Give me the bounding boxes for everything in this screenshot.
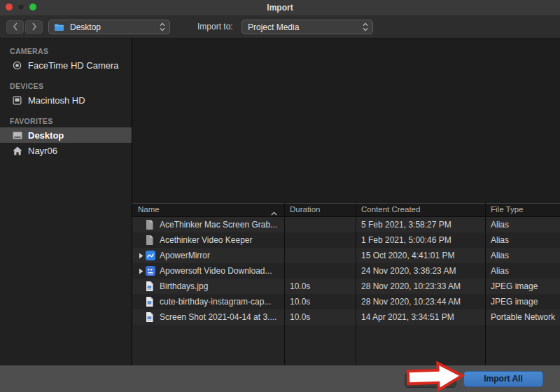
location-dropdown[interactable]: Desktop: [48, 20, 170, 34]
cell-file-type: Alias: [485, 251, 560, 260]
cell-file-type: Portable Network: [485, 312, 560, 322]
cell-name: ApowerMirror: [132, 248, 284, 263]
column-header-file-type[interactable]: File Type: [485, 204, 560, 216]
folder-icon: [54, 23, 64, 31]
table-row[interactable]: cute-birthday-instagram-cap...10.0s28 No…: [132, 294, 560, 309]
chevron-right-icon: [31, 21, 37, 34]
chevron-left-icon: [13, 21, 18, 34]
cell-name: AceThinker Mac Screen Grab...: [132, 217, 284, 232]
table-row[interactable]: Acethinker Video Keeper1 Feb 2021, 5:00:…: [132, 232, 560, 248]
cell-file-type: Alias: [485, 266, 560, 276]
file-table-header: Name Duration Content Created File Type: [132, 203, 560, 217]
main-area: Name Duration Content Created File Type …: [132, 38, 560, 365]
forward-button[interactable]: [25, 20, 43, 34]
sidebar-item-facetime-hd-camera[interactable]: FaceTime HD Camera: [0, 57, 132, 73]
sidebar-section-title: FAVORITES: [10, 116, 132, 126]
desktop-icon: [12, 132, 22, 139]
cell-name: cute-birthday-instagram-cap...: [132, 294, 284, 309]
hard-drive-icon: [12, 96, 22, 105]
column-divider[interactable]: [284, 203, 285, 365]
history-nav-group: [6, 20, 43, 34]
sidebar-item-macintosh-hd[interactable]: Macintosh HD: [0, 92, 132, 108]
image-file-icon: [146, 312, 160, 322]
table-row[interactable]: Birthdays.jpg10.0s28 Nov 2020, 10:23:33 …: [132, 279, 560, 294]
column-header-content-created[interactable]: Content Created: [356, 204, 485, 216]
cell-file-type: Alias: [485, 220, 560, 230]
cell-content-created: 28 Nov 2020, 10:23:44 AM: [356, 297, 485, 307]
sidebar-item-label: FaceTime HD Camera: [28, 60, 119, 71]
cell-name: Birthdays.jpg: [132, 279, 284, 294]
sort-ascending-icon: [271, 207, 277, 219]
home-icon: [12, 146, 22, 155]
file-name: Acethinker Video Keeper: [160, 235, 253, 245]
document-icon: [146, 220, 160, 230]
column-divider[interactable]: [356, 203, 356, 365]
table-row[interactable]: Apowersoft Video Download...24 Nov 2020,…: [132, 263, 560, 279]
toolbar: Desktop Import to: Project Media: [0, 16, 560, 38]
cell-file-type: Alias: [485, 235, 560, 245]
file-name: Birthdays.jpg: [160, 281, 208, 291]
cell-content-created: 1 Feb 2021, 5:00:46 PM: [356, 235, 485, 245]
sidebar-item-nayr06[interactable]: Nayr06: [0, 143, 132, 158]
cell-file-type: JPEG image: [485, 297, 560, 307]
file-name: cute-birthday-instagram-cap...: [160, 297, 271, 307]
file-name: AceThinker Mac Screen Grab...: [160, 220, 277, 230]
app-apowermirror-icon: [146, 251, 160, 260]
document-icon: [146, 235, 160, 245]
cell-duration: 10.0s: [284, 281, 356, 291]
sidebar-item-desktop[interactable]: Desktop: [0, 127, 132, 143]
title-bar: Import: [0, 0, 560, 16]
sidebar-section-title: CAMERAS: [10, 46, 132, 56]
cell-duration: 10.0s: [284, 312, 356, 322]
cell-content-created: 28 Nov 2020, 10:23:33 AM: [356, 281, 485, 291]
disclosure-triangle-icon[interactable]: [136, 268, 146, 274]
column-header-duration[interactable]: Duration: [284, 204, 356, 216]
annotation-arrow-icon: [404, 360, 466, 392]
import-all-button[interactable]: Import All: [463, 371, 543, 387]
import-to-label: Import to:: [197, 16, 233, 38]
sidebar-item-label: Desktop: [28, 130, 64, 141]
column-header-name[interactable]: Name: [132, 204, 284, 216]
image-file-icon: [146, 297, 160, 307]
bottom-bar: Import All: [0, 365, 560, 392]
sidebar: CAMERASFaceTime HD CameraDEVICESMacintos…: [0, 38, 132, 365]
table-row[interactable]: AceThinker Mac Screen Grab...5 Feb 2021,…: [132, 217, 560, 232]
cell-content-created: 24 Nov 2020, 3:36:23 AM: [356, 266, 485, 276]
image-file-icon: [146, 281, 160, 291]
cell-name: Apowersoft Video Download...: [132, 263, 284, 279]
table-row[interactable]: ApowerMirror15 Oct 2020, 4:41:01 PMAlias: [132, 248, 560, 263]
stepper-chevrons-icon: [160, 22, 165, 31]
sidebar-item-label: Nayr06: [28, 146, 57, 156]
window-title: Import: [0, 0, 560, 15]
cell-content-created: 15 Oct 2020, 4:41:01 PM: [356, 251, 485, 260]
import-target-dropdown[interactable]: Project Media: [241, 20, 373, 34]
location-dropdown-value: Desktop: [70, 22, 101, 32]
cell-name: Screen Shot 2021-04-14 at 3....: [132, 309, 284, 325]
stepper-chevrons-icon: [363, 22, 368, 31]
camera-icon: [12, 61, 22, 70]
cell-duration: 10.0s: [284, 297, 356, 307]
app-apowersoft-icon: [146, 266, 160, 276]
cell-content-created: 5 Feb 2021, 3:58:27 PM: [356, 220, 485, 230]
media-preview-pane: [132, 38, 560, 203]
sidebar-section-title: DEVICES: [10, 81, 132, 91]
file-table-body: AceThinker Mac Screen Grab...5 Feb 2021,…: [132, 217, 560, 325]
sidebar-divider: [132, 38, 132, 365]
import-target-dropdown-value: Project Media: [248, 22, 299, 32]
cell-content-created: 14 Apr 2021, 3:34:51 PM: [356, 312, 485, 322]
back-button[interactable]: [6, 20, 24, 34]
cell-file-type: JPEG image: [485, 281, 560, 291]
sidebar-item-label: Macintosh HD: [28, 95, 85, 106]
file-name: Apowersoft Video Download...: [160, 266, 272, 276]
column-divider[interactable]: [485, 203, 486, 365]
file-name: ApowerMirror: [160, 251, 210, 260]
table-row[interactable]: Screen Shot 2021-04-14 at 3....10.0s14 A…: [132, 309, 560, 325]
cell-name: Acethinker Video Keeper: [132, 232, 284, 248]
file-name: Screen Shot 2021-04-14 at 3....: [160, 312, 276, 322]
file-table: Name Duration Content Created File Type …: [132, 203, 560, 365]
disclosure-triangle-icon[interactable]: [136, 253, 146, 259]
